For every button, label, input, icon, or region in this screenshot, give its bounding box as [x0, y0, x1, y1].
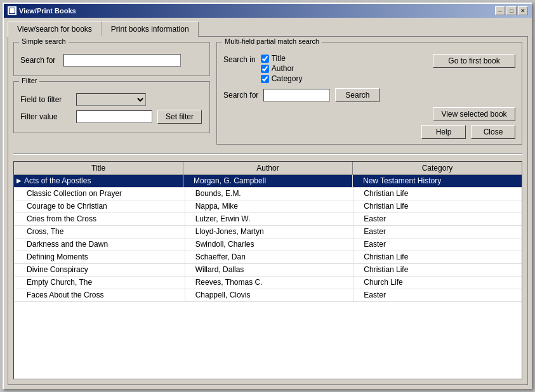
cell-category: Easter — [353, 213, 522, 225]
close-button[interactable]: ✕ — [518, 6, 528, 15]
title-checkbox-row: Title — [261, 54, 303, 63]
row-selected-indicator: ▶ — [17, 177, 22, 184]
cell-author: Lutzer, Erwin W. — [185, 213, 354, 225]
category-checkbox-row: Category — [261, 74, 303, 83]
cell-author: Swindoll, Charles — [185, 238, 354, 251]
cell-category: Christian Life — [353, 264, 522, 276]
simple-search-area: Simple search Search for Filter — [13, 42, 210, 145]
multi-search-for-row: Search for Search — [223, 88, 515, 102]
cell-title: Divine Conspiracy — [14, 264, 185, 276]
cell-title: Courage to be Christian — [14, 200, 185, 212]
set-filter-button[interactable]: Set filter — [157, 110, 202, 124]
maximize-button[interactable]: □ — [506, 6, 517, 15]
cell-title: Defining Moments — [14, 251, 185, 263]
table-row[interactable]: ▶Acts of the ApostlesMorgan, G. Campbell… — [14, 175, 522, 188]
cell-title: Classic Collection on Prayer — [14, 188, 185, 200]
field-to-filter-select[interactable] — [76, 93, 146, 106]
multi-search-for-label: Search for — [223, 91, 258, 100]
cell-author: Bounds, E.M. — [185, 188, 354, 200]
table-row[interactable]: Classic Collection on PrayerBounds, E.M.… — [14, 188, 522, 200]
cell-category: Church Life — [353, 277, 522, 289]
titlebar-buttons: ─ □ ✕ — [495, 6, 528, 15]
divider — [13, 154, 522, 155]
title-checkbox-label: Title — [272, 54, 286, 63]
category-checkbox-label: Category — [272, 74, 303, 83]
table-row[interactable]: Faces About the CrossChappell, ClovisEas… — [14, 289, 522, 302]
search-for-row: Search for — [20, 54, 203, 67]
simple-search-legend: Simple search — [19, 37, 69, 45]
cell-author: Nappa, Mike — [185, 200, 354, 212]
filter-value-input[interactable] — [76, 110, 152, 123]
table-row[interactable]: Cries from the CrossLutzer, Erwin W.East… — [14, 213, 522, 226]
cell-category: Christian Life — [353, 251, 522, 263]
window-title: View/Print Books — [19, 7, 76, 15]
multi-search-input[interactable] — [263, 89, 330, 101]
cell-category: New Testament History — [353, 175, 522, 187]
cell-category: Easter — [353, 226, 522, 238]
search-in-label: Search in — [223, 55, 256, 64]
minimize-button[interactable]: ─ — [495, 6, 505, 15]
app-icon — [8, 6, 17, 15]
tabs: View/search for books Print books inform… — [8, 22, 528, 37]
table-row[interactable]: Divine ConspiracyWillard, DallasChristia… — [14, 264, 522, 277]
search-button[interactable]: Search — [335, 88, 380, 102]
tab-print[interactable]: Print books information — [102, 22, 199, 37]
multi-search-group: Multi-field partial match search Search … — [216, 42, 522, 145]
top-section: Simple search Search for Filter — [13, 42, 522, 145]
table-row[interactable]: Darkness and the DawnSwindoll, CharlesEa… — [14, 238, 522, 251]
cell-title: Cross, The — [14, 226, 185, 238]
filter-group: Filter Field to filter Filter value — [13, 81, 210, 133]
cell-title: Darkness and the Dawn — [14, 238, 185, 251]
multi-search-legend: Multi-field partial match search — [222, 37, 322, 45]
filter-legend: Filter — [19, 77, 39, 84]
author-checkbox[interactable] — [261, 65, 269, 73]
cell-title: Faces About the Cross — [14, 289, 185, 301]
table-body[interactable]: ▶Acts of the ApostlesMorgan, G. Campbell… — [14, 175, 522, 379]
column-header-author: Author — [183, 162, 353, 174]
cell-title: Empty Church, The — [14, 277, 185, 289]
content-area: View/search for books Print books inform… — [4, 18, 532, 389]
table-header: Title Author Category — [14, 162, 522, 175]
simple-search-input[interactable] — [63, 54, 181, 67]
table-row[interactable]: Defining MomentsSchaeffer, DanChristian … — [14, 251, 522, 264]
filter-value-label: Filter value — [20, 112, 71, 121]
column-header-title: Title — [14, 162, 183, 174]
simple-search-group: Simple search Search for — [13, 42, 210, 76]
cell-title: Acts of the Apostles — [14, 175, 183, 187]
cell-author: Schaeffer, Dan — [185, 251, 354, 263]
table-row[interactable]: Courage to be ChristianNappa, MikeChrist… — [14, 200, 522, 213]
cell-category: Christian Life — [353, 200, 522, 212]
table-row[interactable]: Empty Church, TheReeves, Thomas C.Church… — [14, 277, 522, 289]
field-to-filter-label: Field to filter — [20, 95, 71, 104]
cell-author: Morgan, G. Campbell — [183, 175, 353, 187]
titlebar-left: View/Print Books — [8, 6, 76, 15]
close-button-main[interactable]: Close — [471, 125, 515, 139]
go-to-first-button[interactable]: Go to first book — [433, 54, 515, 68]
cell-author: Chappell, Clovis — [185, 289, 354, 301]
author-checkbox-label: Author — [272, 64, 294, 73]
search-for-label: Search for — [20, 56, 58, 65]
cell-category: Christian Life — [353, 188, 522, 200]
main-window: View/Print Books ─ □ ✕ View/search for b… — [3, 3, 532, 389]
author-checkbox-row: Author — [261, 64, 303, 73]
column-header-category: Category — [353, 162, 522, 174]
view-selected-button[interactable]: View selected book — [433, 107, 515, 121]
table-row[interactable]: Cross, TheLloyd-Jones, MartynEaster — [14, 226, 522, 238]
tab-panel: Simple search Search for Filter — [8, 36, 528, 385]
category-checkbox[interactable] — [261, 75, 269, 83]
cell-category: Easter — [353, 289, 522, 301]
help-button[interactable]: Help — [421, 125, 466, 139]
title-checkbox[interactable] — [261, 55, 269, 63]
cell-author: Willard, Dallas — [185, 264, 354, 276]
books-table: Title Author Category ▶Acts of the Apost… — [13, 161, 522, 379]
titlebar: View/Print Books ─ □ ✕ — [4, 4, 532, 18]
search-in-checkboxes: Title Author Category — [261, 54, 303, 83]
svg-rect-1 — [10, 8, 15, 13]
cell-title: Cries from the Cross — [14, 213, 185, 225]
cell-author: Lloyd-Jones, Martyn — [185, 226, 354, 238]
cell-category: Easter — [353, 238, 522, 251]
cell-author: Reeves, Thomas C. — [185, 277, 354, 289]
tab-view-search[interactable]: View/search for books — [8, 22, 102, 37]
filter-value-row: Filter value Set filter — [20, 110, 203, 124]
field-to-filter-row: Field to filter — [20, 93, 203, 106]
